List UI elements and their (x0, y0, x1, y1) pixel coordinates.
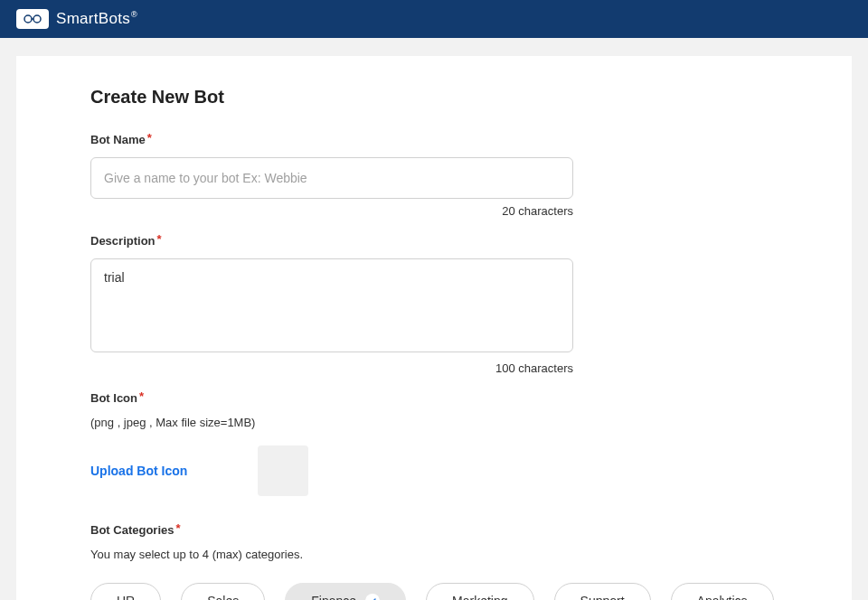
category-chip-label: Support (580, 594, 625, 600)
svg-point-0 (24, 15, 32, 23)
bot-icon-hint: (png , jpeg , Max file size=1MB) (90, 416, 778, 429)
required-asterisk: * (147, 131, 152, 145)
category-chip-support[interactable]: Support (554, 583, 651, 600)
category-chip-sales[interactable]: Sales (181, 583, 265, 600)
bot-name-input[interactable] (90, 157, 573, 199)
brand-logo-icon (16, 9, 49, 29)
svg-point-1 (33, 15, 41, 23)
description-counter: 100 characters (90, 361, 573, 375)
form-card: Create New Bot Bot Name* 20 characters D… (16, 56, 852, 600)
category-chip-group: HRSalesFinanceMarketingSupportAnalytics (90, 583, 778, 600)
bot-categories-hint: You may select up to 4 (max) categories. (90, 548, 778, 561)
field-bot-icon: Bot Icon* (png , jpeg , Max file size=1M… (90, 391, 778, 496)
description-label: Description* (90, 234, 778, 248)
category-chip-hr[interactable]: HR (90, 583, 161, 600)
app-header: SmartBots® (0, 0, 868, 38)
category-chip-label: Analytics (697, 594, 748, 600)
required-asterisk: * (139, 389, 144, 403)
bot-name-counter: 20 characters (90, 204, 573, 218)
bot-icon-label: Bot Icon* (90, 391, 778, 405)
required-asterisk: * (157, 232, 162, 246)
field-bot-categories: Bot Categories* You may select up to 4 (… (90, 523, 778, 600)
category-chip-finance[interactable]: Finance (285, 583, 406, 600)
page-title: Create New Bot (90, 87, 778, 108)
page-wrapper: Create New Bot Bot Name* 20 characters D… (0, 38, 868, 600)
category-chip-label: HR (117, 594, 135, 600)
category-chip-marketing[interactable]: Marketing (426, 583, 533, 600)
bot-icon-preview (258, 445, 308, 496)
brand-name: SmartBots® (56, 10, 137, 28)
check-icon (365, 594, 380, 600)
category-chip-label: Sales (207, 594, 239, 600)
upload-bot-icon-button[interactable]: Upload Bot Icon (90, 464, 187, 478)
bot-categories-label: Bot Categories* (90, 523, 778, 537)
category-chip-analytics[interactable]: Analytics (671, 583, 774, 600)
category-chip-label: Marketing (452, 594, 507, 600)
required-asterisk: * (175, 521, 180, 535)
bot-name-label: Bot Name* (90, 133, 778, 146)
field-description: Description* 100 characters (90, 234, 778, 375)
category-chip-label: Finance (311, 594, 356, 600)
field-bot-name: Bot Name* 20 characters (90, 133, 778, 218)
description-input[interactable] (90, 258, 573, 352)
